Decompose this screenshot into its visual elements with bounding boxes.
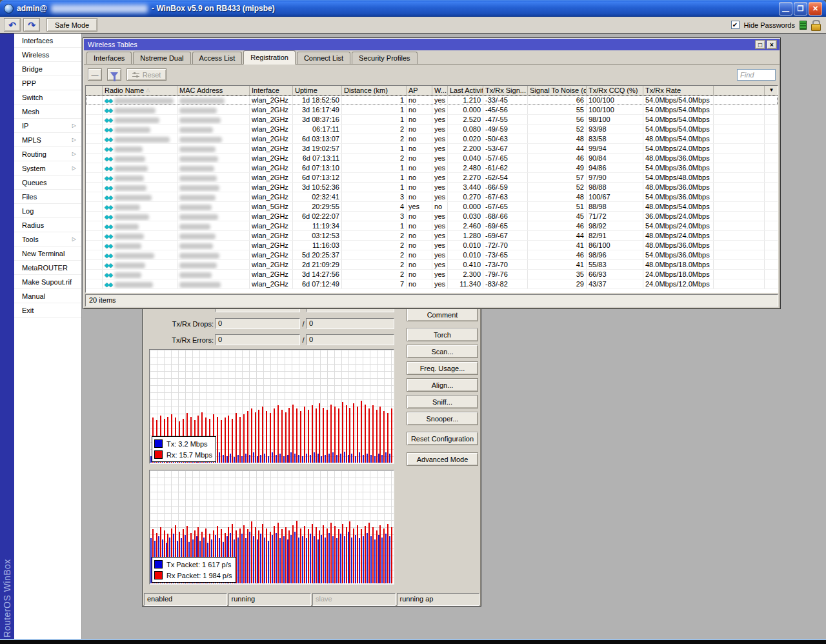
txrx-errors-tx-field[interactable]: 0 <box>215 334 300 345</box>
freq-usage-button[interactable]: Freq. Usage... <box>407 361 478 375</box>
sidebar-item-wireless[interactable]: Wireless <box>14 48 81 62</box>
sidebar-item-metarouter[interactable]: MetaROUTER <box>14 261 81 275</box>
column-header-signal-to-noise-d[interactable]: Signal To Noise (d... <box>528 86 587 96</box>
tab-security-profiles[interactable]: Security Profiles <box>352 52 417 64</box>
minimize-button[interactable]: — <box>779 2 792 15</box>
redo-button[interactable]: ↷ <box>23 18 40 32</box>
table-row[interactable]: ◆◆wlan_2GHz3d 08:37:161noyes2.520-47/-55… <box>86 115 778 125</box>
table-row[interactable]: ◆◆wlan_2GHz3d 14:27:562noyes2.300-79/-76… <box>86 270 778 279</box>
column-header-w[interactable]: W... <box>432 86 448 96</box>
table-row[interactable]: ◆◆wlan_2GHz11:19:341noyes2.460-69/-65469… <box>86 221 778 231</box>
table-row[interactable]: ◆◆wlan_2GHz3d 16:17:491noyes0.000-45/-56… <box>86 105 778 115</box>
txrx-drops-rx-field[interactable]: 0 <box>306 318 394 329</box>
table-row[interactable]: ◆◆wlan_5GHz20:29:554yesno0.000-67/-65518… <box>86 202 778 212</box>
table-row[interactable]: ◆◆wlan_2GHz6d 03:13:072noyes0.020-50/-63… <box>86 134 778 144</box>
table-row[interactable]: ◆◆wlan_2GHz5d 20:25:372noyes0.010-73/-65… <box>86 250 778 260</box>
uptime-cell: 6d 03:13:07 <box>293 134 342 143</box>
column-header-ap[interactable]: AP <box>407 86 432 96</box>
sidebar-item-tools[interactable]: Tools▷ <box>14 232 81 247</box>
align-button[interactable]: Align... <box>407 378 478 392</box>
safe-mode-button[interactable]: Safe Mode <box>46 18 97 32</box>
sidebar-item-switch[interactable]: Switch <box>14 90 81 105</box>
snooper-button[interactable]: Snooper... <box>407 412 478 425</box>
table-row[interactable]: ◆◆wlan_2GHz6d 02:22:073noyes0.030-68/-66… <box>86 212 778 221</box>
sidebar-item-exit[interactable]: Exit <box>14 303 81 317</box>
txrx-drops-tx-field[interactable]: 0 <box>215 318 300 329</box>
column-header-radio-name[interactable]: Radio Name△ <box>103 86 177 96</box>
column-select-button[interactable]: ▼ <box>765 86 778 96</box>
table-row[interactable]: ◆◆wlan_2GHz1d 18:52:501noyes1.210-33/-45… <box>86 96 778 105</box>
sidebar-item-ip[interactable]: IP▷ <box>14 119 81 133</box>
table-row[interactable]: ◆◆wlan_2GHz6d 07:13:101noyes2.480-61/-62… <box>86 163 778 173</box>
undo-button[interactable]: ↶ <box>4 18 21 32</box>
sidebar-item-routing[interactable]: Routing▷ <box>14 147 81 161</box>
sidebar-item-interfaces[interactable]: Interfaces <box>14 34 81 48</box>
tab-interfaces[interactable]: Interfaces <box>86 52 132 64</box>
advanced-mode-button[interactable]: Advanced Mode <box>407 452 478 466</box>
tab-registration[interactable]: Registration <box>243 50 296 65</box>
graph-bar-rx <box>365 526 366 583</box>
table-row[interactable]: ◆◆wlan_2GHz11:16:032noyes0.010-72/-70418… <box>86 241 778 250</box>
column-header-uptime[interactable]: Uptime <box>293 86 342 96</box>
wireless-tables-titlebar[interactable]: Wireless Tables □ × <box>84 39 780 50</box>
sidebar-item-bridge[interactable]: Bridge <box>14 62 81 76</box>
sidebar-item-mesh[interactable]: Mesh <box>14 105 81 119</box>
sidebar-item-system[interactable]: System▷ <box>14 161 81 176</box>
table-row[interactable]: ◆◆wlan_2GHz03:12:532noyes1.280-69/-67448… <box>86 231 778 241</box>
column-header-tx-rx-rate[interactable]: Tx/Rx Rate <box>643 86 714 96</box>
remove-entry-button[interactable]: — <box>88 68 102 81</box>
close-button[interactable]: ✕ <box>809 2 822 15</box>
find-input[interactable] <box>737 69 776 81</box>
sidebar-item-new-terminal[interactable]: New Terminal <box>14 247 81 261</box>
wds-cell: yes <box>432 134 448 143</box>
sidebar-item-ppp[interactable]: PPP <box>14 76 81 90</box>
hide-passwords-checkbox[interactable]: ✔ <box>731 21 740 29</box>
column-header-last-activit[interactable]: Last Activit... <box>448 86 483 96</box>
torch-button[interactable]: Torch <box>407 328 478 341</box>
radio-name-cell: ◆◆ <box>103 154 177 163</box>
column-header-selector[interactable] <box>86 86 103 96</box>
sidebar-item-mpls[interactable]: MPLS▷ <box>14 133 81 147</box>
column-header-tx-rx-sign[interactable]: Tx/Rx Sign...▽ <box>483 86 528 96</box>
graph-bar-tx <box>374 456 376 463</box>
txrx-errors-rx-field[interactable]: 0 <box>306 334 394 345</box>
table-row[interactable]: ◆◆wlan_2GHz2d 21:09:292noyes0.410-73/-70… <box>86 260 778 270</box>
sidebar-item-radius[interactable]: Radius <box>14 218 81 232</box>
table-row[interactable]: ◆◆wlan_2GHz06:17:112noyes0.080-49/-59529… <box>86 125 778 134</box>
table-row[interactable]: ◆◆wlan_2GHz6d 07:12:497noyes11.340-83/-8… <box>86 279 778 289</box>
rate-cell: 54.0Mbps/48.0Mbps <box>643 173 714 182</box>
sidebar-item-make-supout-rif[interactable]: Make Supout.rif <box>14 275 81 289</box>
table-row[interactable]: ◆◆wlan_2GHz6d 07:13:112noyes0.040-57/-65… <box>86 154 778 163</box>
column-header-tx-rx-ccq[interactable]: Tx/Rx CCQ (%) <box>587 86 643 96</box>
sidebar-item-log[interactable]: Log <box>14 204 81 218</box>
restore-button[interactable]: ❐ <box>794 2 807 15</box>
comment-button[interactable]: Comment <box>407 308 478 321</box>
registration-icon: ◆◆ <box>105 194 112 201</box>
scan-button[interactable]: Scan... <box>407 345 478 358</box>
column-header-distance-km[interactable]: Distance (km) <box>342 86 407 96</box>
column-header-interface[interactable]: Interface <box>250 86 293 96</box>
table-row[interactable]: ◆◆wlan_2GHz3d 10:52:361noyes3.440-66/-59… <box>86 183 778 192</box>
table-row[interactable]: ◆◆wlan_2GHz3d 19:02:571noyes2.200-53/-67… <box>86 144 778 154</box>
sidebar-item-manual[interactable]: Manual <box>14 289 81 303</box>
tab-nstreme-dual[interactable]: Nstreme Dual <box>133 52 190 64</box>
ap-cell: no <box>407 163 432 172</box>
table-row[interactable]: ◆◆wlan_2GHz02:32:413noyes0.270-67/-63481… <box>86 192 778 202</box>
column-header-mac-address[interactable]: MAC Address <box>177 86 250 96</box>
mac-address-cell <box>177 260 250 269</box>
tab-connect-list[interactable]: Connect List <box>297 52 350 64</box>
filter-button[interactable] <box>107 68 121 81</box>
ccq-cell: 100/67 <box>587 192 643 201</box>
table-row[interactable]: ◆◆wlan_2GHz6d 07:13:121noyes2.270-62/-54… <box>86 173 778 183</box>
graph-bar-tx <box>314 452 315 463</box>
sidebar-item-files[interactable]: Files <box>14 190 81 204</box>
reset-button[interactable]: Reset <box>126 68 166 81</box>
sniff-button[interactable]: Sniff... <box>407 395 478 408</box>
maximize-window-button[interactable]: □ <box>755 40 765 49</box>
tab-access-list[interactable]: Access List <box>192 52 243 64</box>
signal-to-noise-cell: 51 <box>528 202 587 211</box>
close-window-button[interactable]: × <box>767 40 777 49</box>
reset-configuration-button[interactable]: Reset Configuration <box>407 432 478 445</box>
sidebar-item-queues[interactable]: Queues <box>14 176 81 190</box>
sidebar-item-label: PPP <box>22 79 36 87</box>
